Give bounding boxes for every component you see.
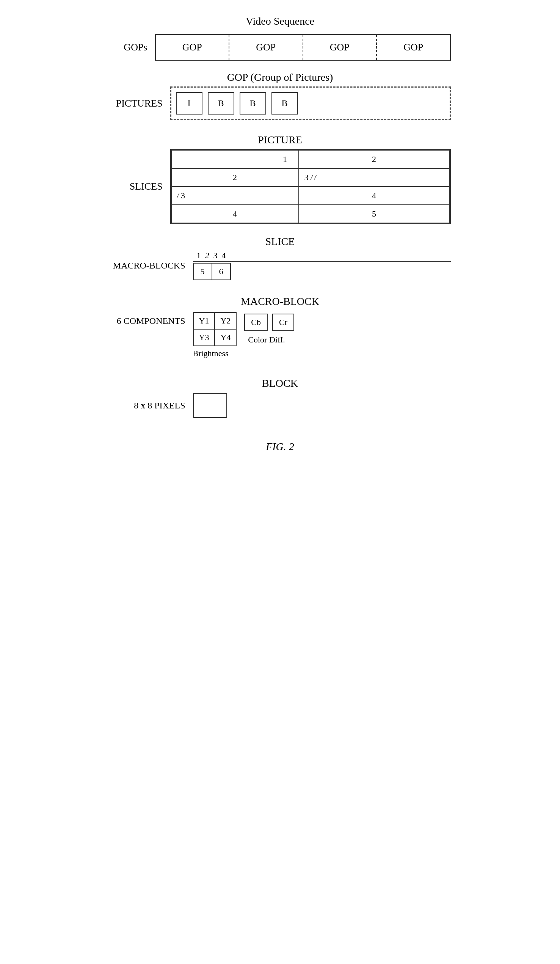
slice-cell: 2 — [171, 168, 299, 187]
pixels-label: 8 x 8 PIXELS — [109, 401, 193, 411]
brightness-grid-row-1: Y1 Y2 — [193, 312, 237, 329]
slice-cell: 3 / / — [299, 168, 450, 187]
gop-group-subtitle: GOP (Group of Pictures) — [227, 71, 333, 83]
colordiff-boxes: Cb Cr — [244, 312, 294, 331]
video-sequence-section: Video Sequence — [109, 15, 451, 30]
table-row: 4 5 — [171, 205, 450, 223]
macroblock-numbers: 1 2 3 4 — [193, 251, 226, 261]
brightness-grid-row-2: Y3 Y4 — [193, 329, 237, 346]
cell-y1: Y1 — [193, 312, 215, 329]
components-boxes-row: Y1 Y2 Y3 Y4 Brightness Cb Cr — [193, 312, 294, 358]
diagram-container: Video Sequence GOPs GOP GOP GOP GOP GOP … — [109, 15, 451, 453]
slices-row: SLICES 1 2 2 3 / / / 3 4 4 5 — [109, 149, 451, 224]
macroblocks-label: MACRO-BLOCKS — [109, 261, 193, 271]
colordiff-cr: Cr — [272, 314, 294, 331]
macroblock-boxes: 5 6 — [193, 263, 231, 280]
macroblock-subtitle: MACRO-BLOCK — [241, 295, 319, 308]
slice-cell: 1 — [171, 150, 299, 168]
picture-b1: B — [208, 92, 234, 114]
gop-box-4: GOP — [377, 35, 450, 60]
gop-boxes: GOP GOP GOP GOP — [155, 34, 451, 61]
slice-cell: 5 — [299, 205, 450, 223]
macroblock-box-6: 6 — [212, 263, 231, 280]
video-sequence-title: Video Sequence — [246, 15, 314, 27]
slice-cell: 2 — [299, 150, 450, 168]
macroblocks-row: MACRO-BLOCKS 1 2 3 4 5 6 — [109, 251, 451, 280]
picture-b2: B — [239, 92, 266, 114]
pictures-row: PICTURES I B B B — [109, 86, 451, 120]
table-row: 2 3 / / — [171, 168, 450, 187]
macroblock-line — [193, 261, 451, 262]
picture-subtitle: PICTURE — [258, 134, 302, 146]
pixel-box — [193, 393, 227, 418]
components-label: 6 COMPONENTS — [109, 312, 193, 326]
gops-row: GOPs GOP GOP GOP GOP — [109, 34, 451, 61]
cell-y3: Y3 — [193, 329, 215, 346]
gop-box-1: GOP — [156, 35, 230, 60]
brightness-grid: Y1 Y2 Y3 Y4 — [193, 312, 237, 346]
slices-grid: 1 2 2 3 / / / 3 4 4 5 — [170, 149, 451, 224]
cell-y2: Y2 — [214, 312, 237, 329]
figure-label: FIG. 2 — [266, 441, 294, 453]
gops-label: GOPs — [109, 42, 155, 53]
brightness-group: Y1 Y2 Y3 Y4 Brightness — [193, 312, 237, 358]
slice-cell: 4 — [171, 205, 299, 223]
pictures-dashed-border: I B B B — [170, 86, 451, 120]
macroblock-box-5: 5 — [193, 263, 212, 280]
slices-label: SLICES — [109, 181, 170, 192]
cell-y4: Y4 — [214, 329, 237, 346]
table-row: 1 2 — [171, 150, 450, 168]
components-row: 6 COMPONENTS Y1 Y2 Y3 Y4 Brigh — [109, 312, 451, 358]
picture-b3: B — [272, 92, 298, 114]
colordiff-group: Cb Cr Color Diff. — [244, 312, 294, 345]
pictures-label: PICTURES — [109, 98, 170, 109]
block-subtitle: BLOCK — [262, 377, 298, 389]
picture-i: I — [176, 92, 202, 114]
pixels-row: 8 x 8 PIXELS — [109, 393, 451, 418]
table-row: / 3 4 — [171, 187, 450, 205]
brightness-label: Brightness — [193, 348, 229, 358]
gop-box-2: GOP — [230, 35, 303, 60]
slice-cell: 4 — [299, 187, 450, 205]
macroblocks-content: 1 2 3 4 5 6 — [193, 251, 451, 280]
components-content: Y1 Y2 Y3 Y4 Brightness Cb Cr — [193, 312, 451, 358]
slice-cell: / 3 — [171, 187, 299, 205]
slice-subtitle: SLICE — [265, 236, 295, 248]
colordiff-label: Color Diff. — [244, 335, 285, 345]
gop-box-3: GOP — [303, 35, 377, 60]
colordiff-cb: Cb — [244, 314, 268, 331]
